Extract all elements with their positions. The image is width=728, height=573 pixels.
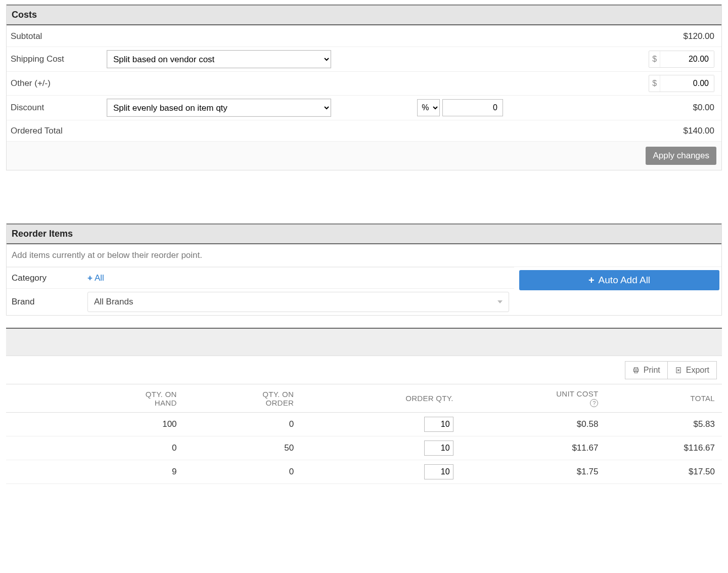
shipping-cost-input-wrap: $ xyxy=(649,51,714,68)
total-cell: $5.83 xyxy=(605,413,722,436)
dollar-icon: $ xyxy=(649,75,660,92)
qty-on-order-cell: 50 xyxy=(184,436,301,460)
discount-unit-select[interactable]: % xyxy=(417,99,440,116)
order-qty-input[interactable] xyxy=(424,464,453,479)
qty-on-hand-cell: 100 xyxy=(67,413,184,436)
brand-label: Brand xyxy=(12,297,87,307)
chevron-down-icon xyxy=(497,300,503,303)
print-button[interactable]: Print xyxy=(625,361,668,379)
plus-icon: + xyxy=(588,275,595,286)
col-qty-on-order: QTY. ONORDER xyxy=(184,384,301,413)
items-table: QTY. ONHAND QTY. ONORDER ORDER QTY. UNIT… xyxy=(6,384,722,484)
reorder-note: Add items currently at or below their re… xyxy=(7,244,721,267)
order-qty-input[interactable] xyxy=(424,417,453,432)
export-button[interactable]: Export xyxy=(668,361,717,379)
total-cell: $17.50 xyxy=(605,460,722,484)
brand-select-value: All Brands xyxy=(94,297,133,307)
help-icon[interactable]: ? xyxy=(590,399,598,407)
total-cell: $116.67 xyxy=(605,436,722,460)
auto-add-all-button[interactable]: + Auto Add All xyxy=(519,270,719,290)
col-qty-on-hand: QTY. ONHAND xyxy=(67,384,184,413)
col-unit-cost: UNIT COST? xyxy=(461,384,606,413)
discount-amount-input[interactable] xyxy=(442,99,503,116)
items-toolbar: Print Export xyxy=(6,356,722,384)
subtotal-value: $120.00 xyxy=(507,26,721,47)
table-row: 90$1.75$17.50 xyxy=(6,460,722,484)
subtotal-label: Subtotal xyxy=(7,26,103,47)
ordered-total-value: $140.00 xyxy=(507,120,721,142)
table-row: 1000$0.58$5.83 xyxy=(6,413,722,436)
items-top-bar xyxy=(6,328,722,356)
brand-select[interactable]: All Brands xyxy=(87,292,509,312)
apply-changes-button[interactable]: Apply changes xyxy=(646,147,716,165)
dollar-icon: $ xyxy=(649,51,660,67)
shipping-split-select[interactable]: Split based on vendor cost xyxy=(107,50,331,68)
ordered-total-label: Ordered Total xyxy=(7,120,103,142)
plus-icon: + xyxy=(87,273,93,283)
col-order-qty: ORDER QTY. xyxy=(301,384,461,413)
other-cost-input-wrap: $ xyxy=(649,75,714,92)
shipping-cost-input[interactable] xyxy=(660,51,714,67)
costs-panel: Costs Subtotal $120.00 Shipping Cost Spl… xyxy=(6,4,722,170)
export-icon xyxy=(675,367,682,374)
items-section: Print Export QTY. ONHAND QTY. ONORDER OR… xyxy=(6,328,722,484)
shipping-label: Shipping Cost xyxy=(7,47,103,72)
other-label: Other (+/-) xyxy=(7,72,103,96)
qty-on-hand-cell: 0 xyxy=(67,436,184,460)
reorder-header: Reorder Items xyxy=(7,224,721,244)
costs-table: Subtotal $120.00 Shipping Cost Split bas… xyxy=(7,25,721,170)
unit-cost-cell: $0.58 xyxy=(461,413,606,436)
discount-label: Discount xyxy=(7,96,103,120)
unit-cost-cell: $11.67 xyxy=(461,436,606,460)
category-all-link[interactable]: +All xyxy=(87,273,104,283)
other-cost-input[interactable] xyxy=(660,75,714,92)
reorder-panel: Reorder Items Add items currently at or … xyxy=(6,223,722,316)
qty-on-order-cell: 0 xyxy=(184,460,301,484)
discount-value: $0.00 xyxy=(507,96,721,120)
qty-on-hand-cell: 9 xyxy=(67,460,184,484)
order-qty-input[interactable] xyxy=(424,440,453,456)
print-icon xyxy=(632,367,640,374)
qty-on-order-cell: 0 xyxy=(184,413,301,436)
col-total: TOTAL xyxy=(605,384,722,413)
category-label: Category xyxy=(12,273,87,283)
table-row: 050$11.67$116.67 xyxy=(6,436,722,460)
discount-split-select[interactable]: Split evenly based on item qty xyxy=(107,99,331,117)
unit-cost-cell: $1.75 xyxy=(461,460,606,484)
costs-header: Costs xyxy=(7,5,721,25)
